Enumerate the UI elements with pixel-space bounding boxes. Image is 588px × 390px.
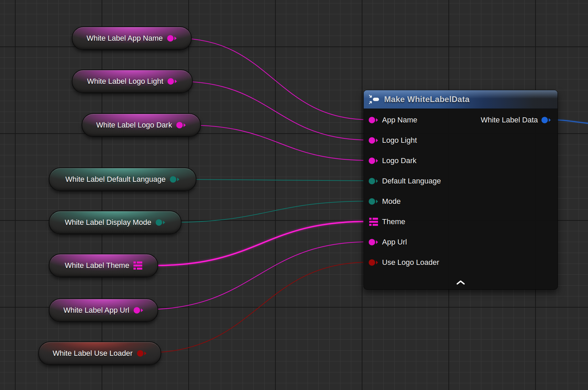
blueprint-graph-canvas[interactable]: White Label App Name White Label Logo Li…: [0, 0, 588, 390]
pin-label: Logo Light: [382, 136, 417, 145]
bool-pin-icon[interactable]: [369, 259, 379, 266]
variable-node-label: White Label App Name: [86, 34, 163, 43]
pin-row-theme[interactable]: Theme: [364, 212, 558, 232]
string-pin-icon[interactable]: [369, 157, 379, 164]
pin-row-white-label-data-output[interactable]: White Label Data: [481, 110, 551, 130]
node-title: Make WhiteLabelData: [384, 95, 469, 104]
wire-app-url[interactable]: [144, 242, 369, 310]
string-pin-icon[interactable]: [167, 78, 177, 85]
variable-node-white-label-app-name[interactable]: White Label App Name: [72, 26, 192, 50]
variable-node-white-label-default-language[interactable]: White Label Default Language: [49, 168, 196, 191]
pin-list: App Name Logo Light Logo Dark Default La…: [364, 109, 558, 273]
pin-label: Use Logo Loader: [382, 258, 439, 267]
string-pin-icon[interactable]: [176, 121, 186, 129]
pin-label: White Label Data: [481, 116, 538, 124]
pin-row-logo-dark[interactable]: Logo Dark: [364, 151, 558, 171]
collapse-chevron-button[interactable]: [455, 279, 467, 286]
wire-use-loader[interactable]: [147, 262, 369, 353]
pin-label: Default Language: [382, 177, 441, 186]
make-struct-icon: [369, 94, 380, 104]
variable-node-white-label-logo-light[interactable]: White Label Logo Light: [72, 70, 193, 93]
string-pin-icon[interactable]: [369, 238, 379, 246]
variable-node-white-label-theme[interactable]: White Label Theme: [49, 254, 158, 277]
struct-output-pin-icon[interactable]: [541, 116, 551, 124]
wire-default-language[interactable]: [184, 179, 369, 181]
variable-node-label: White Label Theme: [65, 261, 129, 270]
variable-node-label: White Label Logo Light: [87, 77, 163, 86]
variable-node-label: White Label App Url: [63, 306, 129, 315]
bool-pin-icon[interactable]: [137, 350, 147, 357]
struct-pin-icon[interactable]: [369, 217, 379, 226]
pin-row-use-logo-loader[interactable]: Use Logo Loader: [364, 252, 558, 273]
string-pin-icon[interactable]: [369, 116, 379, 124]
wire-logo-dark[interactable]: [187, 125, 369, 160]
variable-node-label: White Label Display Mode: [65, 218, 151, 227]
pin-label: App Name: [382, 116, 417, 124]
variable-node-white-label-display-mode[interactable]: White Label Display Mode: [49, 211, 182, 234]
struct-pin-icon[interactable]: [133, 261, 142, 270]
make-whitelabeldata-node[interactable]: Make WhiteLabelData App Name Logo Light …: [363, 90, 558, 290]
byte-pin-icon[interactable]: [170, 176, 180, 183]
variable-node-label: White Label Use Loader: [52, 349, 132, 358]
byte-pin-icon[interactable]: [369, 177, 379, 185]
chevron-up-icon: [456, 280, 465, 285]
node-header[interactable]: Make WhiteLabelData: [364, 90, 558, 109]
string-pin-icon[interactable]: [167, 35, 177, 42]
byte-pin-icon[interactable]: [369, 198, 379, 205]
variable-node-white-label-use-loader[interactable]: White Label Use Loader: [38, 342, 161, 365]
pin-label: App Url: [382, 238, 407, 247]
variable-node-white-label-app-url[interactable]: White Label App Url: [49, 298, 158, 322]
pin-row-app-url[interactable]: App Url: [364, 232, 558, 252]
pin-label: Theme: [382, 217, 405, 226]
wire-app-name[interactable]: [178, 38, 369, 120]
pin-label: Mode: [382, 197, 401, 206]
pin-row-default-language[interactable]: Default Language: [364, 171, 558, 191]
pin-row-logo-light[interactable]: Logo Light: [364, 130, 558, 151]
string-pin-icon[interactable]: [369, 137, 379, 144]
pin-row-mode[interactable]: Mode: [364, 191, 558, 212]
wire-theme[interactable]: [153, 221, 368, 266]
wire-logo-light[interactable]: [179, 81, 369, 140]
wire-mode[interactable]: [168, 201, 369, 222]
variable-node-label: White Label Default Language: [65, 175, 166, 184]
variable-node-label: White Label Logo Dark: [96, 121, 172, 130]
byte-pin-icon[interactable]: [155, 219, 166, 226]
pin-label: Logo Dark: [382, 156, 417, 165]
string-pin-icon[interactable]: [133, 307, 144, 314]
variable-node-white-label-logo-dark[interactable]: White Label Logo Dark: [82, 113, 201, 137]
